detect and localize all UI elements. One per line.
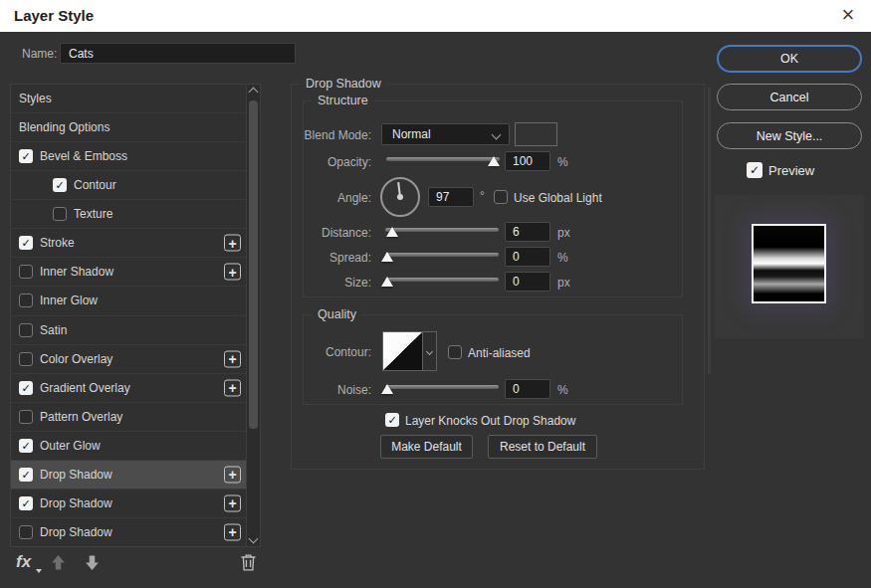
- layer-style-dialog: Name: StylesBlending Options✓Bevel & Emb…: [0, 32, 871, 588]
- slider-track: [385, 385, 499, 389]
- size-slider[interactable]: [385, 274, 499, 288]
- knockout-checkbox[interactable]: ✓: [385, 413, 399, 427]
- effect-checkbox[interactable]: ✓: [19, 236, 33, 250]
- shadow-color-swatch[interactable]: [515, 122, 557, 146]
- move-effect-up-button[interactable]: [50, 554, 67, 574]
- ok-button[interactable]: OK: [717, 45, 862, 73]
- fx-caret-icon: [36, 569, 42, 573]
- delete-effect-button[interactable]: [240, 553, 257, 575]
- scroll-up-icon[interactable]: [249, 88, 259, 98]
- spread-slider[interactable]: [385, 249, 499, 263]
- effect-checkbox[interactable]: [53, 207, 67, 221]
- styles-list-item[interactable]: ✓Bevel & Emboss: [11, 142, 247, 171]
- styles-list-item[interactable]: ✓Gradient Overlay+: [11, 374, 247, 403]
- preview-thumbnail: [752, 224, 826, 303]
- add-effect-button[interactable]: +: [224, 235, 241, 252]
- scrollbar-thumb[interactable]: [249, 100, 258, 429]
- effect-checkbox[interactable]: [19, 323, 33, 337]
- effect-checkbox[interactable]: [19, 352, 33, 366]
- size-input[interactable]: [505, 272, 550, 292]
- preview-checkbox[interactable]: ✓: [747, 162, 762, 178]
- styles-list-item[interactable]: Satin: [11, 316, 247, 345]
- noise-input[interactable]: [505, 379, 550, 399]
- use-global-light-checkbox[interactable]: [494, 190, 508, 204]
- styles-list-item[interactable]: Styles: [11, 85, 247, 113]
- slider-thumb[interactable]: [381, 252, 393, 262]
- styles-list-item[interactable]: Blending Options: [11, 113, 247, 142]
- new-style-button[interactable]: New Style...: [717, 122, 862, 149]
- contour-dropdown-button[interactable]: [423, 331, 437, 371]
- add-effect-button[interactable]: +: [224, 264, 241, 281]
- angle-label: Angle:: [249, 191, 371, 205]
- styles-list-panel: StylesBlending Options✓Bevel & Emboss✓Co…: [10, 84, 261, 547]
- effect-checkbox[interactable]: ✓: [53, 178, 67, 192]
- add-effect-button[interactable]: +: [224, 350, 241, 367]
- slider-thumb[interactable]: [381, 277, 393, 287]
- fx-menu-button[interactable]: fx: [16, 552, 31, 572]
- opacity-slider[interactable]: [386, 153, 500, 167]
- angle-unit: °: [480, 189, 485, 203]
- effect-checkbox[interactable]: [19, 294, 33, 307]
- chevron-down-icon: [492, 130, 502, 140]
- effect-label: Pattern Overlay: [40, 410, 122, 424]
- distance-slider[interactable]: [385, 224, 499, 238]
- angle-input[interactable]: [428, 187, 474, 207]
- styles-list-item[interactable]: Texture: [11, 200, 247, 229]
- preview-panel: [715, 195, 864, 338]
- styles-list-item[interactable]: Inner Shadow+: [11, 258, 247, 287]
- angle-dial[interactable]: [380, 177, 420, 217]
- name-label: Name:: [22, 47, 57, 61]
- title-bar: Layer Style ×: [0, 0, 871, 32]
- effect-checkbox[interactable]: ✓: [19, 468, 33, 482]
- close-icon[interactable]: ×: [835, 1, 861, 29]
- effect-checkbox[interactable]: ✓: [19, 381, 33, 395]
- effect-label: Satin: [40, 323, 67, 337]
- effect-checkbox[interactable]: ✓: [19, 149, 33, 163]
- styles-list-item[interactable]: ✓Drop Shadow+: [11, 490, 247, 518]
- styles-list-item[interactable]: ✓Stroke+: [11, 229, 247, 258]
- panel-scrollbar[interactable]: [708, 88, 711, 374]
- opacity-input[interactable]: [505, 151, 550, 171]
- arrow-down-icon: [84, 554, 101, 571]
- spread-input[interactable]: [505, 247, 550, 267]
- slider-thumb[interactable]: [386, 227, 398, 237]
- effect-checkbox[interactable]: [19, 525, 33, 539]
- styles-list-item[interactable]: Pattern Overlay: [11, 403, 247, 432]
- noise-unit: %: [557, 383, 568, 397]
- blend-mode-select[interactable]: Normal: [381, 123, 510, 145]
- make-default-button[interactable]: Make Default: [380, 435, 473, 459]
- move-effect-down-button[interactable]: [84, 554, 101, 574]
- add-effect-button[interactable]: +: [224, 379, 241, 396]
- reset-default-button[interactable]: Reset to Default: [488, 435, 597, 459]
- styles-list-item[interactable]: ✓Outer Glow: [11, 432, 247, 461]
- contour-thumbnail[interactable]: [382, 331, 423, 371]
- cancel-button[interactable]: Cancel: [717, 84, 862, 110]
- add-effect-button[interactable]: +: [224, 494, 241, 511]
- slider-thumb[interactable]: [381, 384, 393, 394]
- styles-list-item[interactable]: Inner Glow: [11, 287, 247, 315]
- scroll-down-icon[interactable]: [249, 534, 259, 544]
- effect-checkbox[interactable]: ✓: [19, 439, 33, 453]
- window-title: Layer Style: [14, 7, 94, 24]
- effects-toolbar: fx: [10, 551, 261, 581]
- distance-input[interactable]: [505, 222, 550, 242]
- name-input[interactable]: [60, 43, 296, 64]
- quality-title: Quality: [312, 307, 362, 321]
- noise-slider[interactable]: [385, 381, 499, 395]
- styles-list-item[interactable]: ✓Drop Shadow+: [11, 461, 247, 490]
- effect-checkbox[interactable]: [19, 265, 33, 279]
- blend-mode-value: Normal: [392, 127, 431, 141]
- add-effect-button[interactable]: +: [224, 523, 241, 540]
- anti-aliased-label: Anti-aliased: [468, 346, 531, 360]
- preview-label: Preview: [768, 163, 814, 178]
- effect-label: Styles: [19, 92, 52, 105]
- effect-checkbox[interactable]: ✓: [19, 496, 33, 510]
- styles-list-item[interactable]: Color Overlay+: [11, 345, 247, 374]
- slider-thumb[interactable]: [488, 156, 500, 166]
- effect-checkbox[interactable]: [19, 410, 33, 424]
- styles-list-item[interactable]: ✓Contour: [11, 171, 247, 200]
- styles-scrollbar[interactable]: [246, 85, 260, 546]
- add-effect-button[interactable]: +: [224, 466, 241, 483]
- styles-list-item[interactable]: Drop Shadow+: [11, 518, 247, 546]
- anti-aliased-checkbox[interactable]: [448, 345, 462, 359]
